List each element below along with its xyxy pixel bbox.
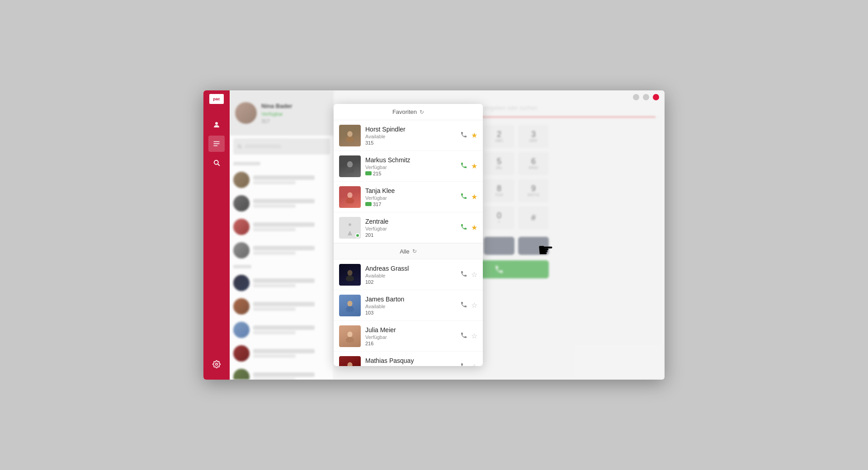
avatar [233,275,250,291]
list-item: Tanja Klee Verfügbar 317 ★ [334,182,483,212]
list-item: James Barton Available 103 ☆ [334,290,483,321]
svg-point-6 [216,363,218,366]
avatar [233,242,250,258]
list-item: Markus Schmitz Verfügbar 215 ★ [334,151,483,182]
call-icon[interactable] [460,223,467,232]
contact-avatar-wrap [339,295,361,316]
window-controls [633,94,659,100]
contact-avatar-wrap [339,264,361,286]
dialpad-key-5[interactable]: 5JKL [484,152,514,175]
contact-name: James Barton [365,296,460,303]
contact-actions: ★ [460,162,477,171]
avatar [339,217,361,239]
call-icon[interactable] [460,362,467,367]
contact-extension: 215 [365,171,460,176]
list-item [230,365,334,380]
config-button[interactable] [484,237,514,255]
dialpad-key-3[interactable]: 3DEF [518,125,549,148]
svg-point-18 [347,301,352,306]
avatar [339,186,361,208]
contact-avatar-wrap [339,155,361,177]
dialpad-key-0[interactable]: 0+ [484,206,514,230]
svg-point-12 [347,161,353,167]
svg-point-22 [347,362,352,366]
user-name: Nina Bader [261,103,292,109]
all-refresh-icon[interactable]: ↻ [412,248,417,254]
favorite-star-icon[interactable]: ★ [471,223,477,232]
svg-point-4 [214,160,218,164]
avatar [339,125,361,146]
list-item [230,318,334,342]
dialpad-key-hash[interactable]: # [518,206,549,230]
favorite-star-icon[interactable]: ★ [471,162,477,170]
call-icon[interactable] [460,332,467,341]
contact-actions: ☆ [460,301,477,310]
favorites-label: Favoriten [392,108,417,115]
user-extension: 317 [261,118,292,124]
user-header: Nina Bader Verfügbar 317 [230,90,334,136]
avatar [233,219,250,235]
sidebar: pac [203,90,230,380]
contact-extension: 201 [365,232,460,238]
avatar [339,325,361,347]
contact-name: Zentrale [365,218,460,225]
favorite-star-icon[interactable]: ★ [471,193,477,201]
minimize-button[interactable] [633,94,639,100]
sidebar-item-settings[interactable] [208,356,225,372]
avatar [233,369,250,380]
favorites-section-header: Favoriten ↻ [334,104,483,120]
contact-details: Zentrale Verfügbar 201 [365,218,460,238]
contact-extension: 315 [365,140,460,146]
favorite-star-icon[interactable]: ☆ [471,332,477,340]
svg-point-10 [346,136,354,142]
contact-name: Mathias Pasquay [365,357,460,364]
list-item [230,192,334,215]
dialpad-key-6[interactable]: 6MNO [518,152,549,175]
contact-details: Julia Meier Verfügbar 216 [365,326,460,346]
list-item: Julia Meier Verfügbar 216 ☆ [334,321,483,352]
dialpad-key-9[interactable]: 9WXYZ [518,179,549,202]
avatar [339,155,361,177]
svg-point-20 [347,331,352,337]
favorite-star-icon[interactable]: ☆ [471,270,477,279]
dialpad-key-8[interactable]: 8TUV [484,179,514,202]
favorite-star-icon[interactable]: ★ [471,131,477,140]
call-icon[interactable] [460,131,467,140]
sidebar-item-person[interactable] [208,117,225,133]
contact-details: Mathias Pasquay Available 101 [365,357,460,367]
call-icon[interactable] [460,270,467,279]
record-button[interactable] [518,237,549,255]
app-logo: pac [209,94,224,104]
call-icon[interactable] [460,162,467,171]
contact-status: Verfügbar [365,226,460,231]
app-window: pac Nina Bader Verfügbar 317 [203,90,665,380]
list-item [230,215,334,239]
contact-name: Tanja Klee [365,187,460,194]
sidebar-item-contacts[interactable] [208,136,225,152]
contact-details: Andreas Grassl Available 102 [365,265,460,285]
all-contacts-list: Andreas Grassl Available 102 ☆ [334,259,483,366]
contact-details: Tanja Klee Verfügbar 317 [365,187,460,207]
call-icon[interactable] [460,301,467,310]
favorite-star-icon[interactable]: ☆ [471,362,477,366]
sidebar-item-search[interactable] [208,155,225,171]
user-status: Verfügbar [261,111,292,117]
list-item: Zentrale Verfügbar 201 ★ [334,212,483,243]
dialpad-key-2[interactable]: 2ABC [484,125,514,148]
favorite-star-icon[interactable]: ☆ [471,301,477,310]
call-icon[interactable] [460,193,467,202]
favorites-refresh-icon[interactable]: ↻ [420,109,424,115]
list-item [230,295,334,318]
user-info: Nina Bader Verfügbar 317 [261,103,292,124]
maximize-button[interactable] [643,94,649,100]
contact-status: Verfügbar [365,334,460,340]
contacts-panel: Nina Bader Verfügbar 317 [230,90,334,380]
list-item [230,168,334,192]
contact-status: Available [365,365,460,367]
status-dot [355,233,360,238]
close-button[interactable] [653,94,659,100]
avatar [339,356,361,367]
svg-point-21 [346,337,354,343]
contact-actions: ★ [460,131,477,140]
svg-line-5 [218,164,220,166]
